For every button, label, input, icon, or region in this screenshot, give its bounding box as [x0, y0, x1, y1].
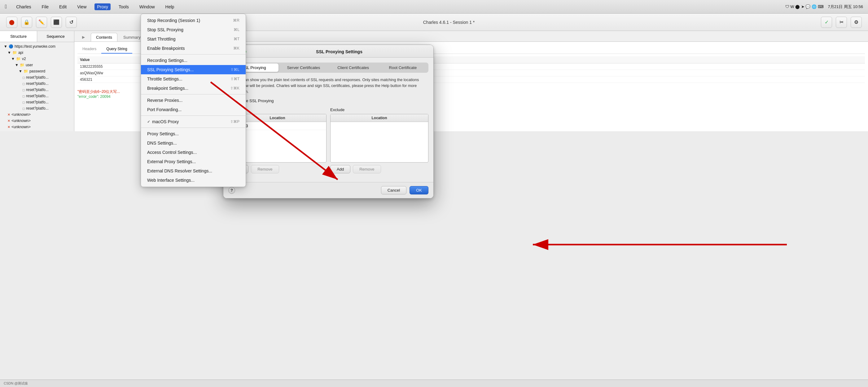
menu-label: Stop Recording (Session 1) [147, 18, 200, 23]
tools-button[interactable]: ✂ [836, 17, 847, 28]
status-text: CSDN @测试猿 [4, 381, 28, 386]
ok-button[interactable]: OK [409, 186, 428, 194]
menu-label: Enable Breakpoints [147, 46, 185, 51]
menu-breakpoint-settings[interactable]: Breakpoint Settings... ⇧⌘K [141, 84, 246, 93]
tree-item-reset-4[interactable]: ◻ reset?platfo... [0, 93, 74, 99]
menu-web-interface[interactable]: Web Interface Settings... [141, 175, 246, 185]
apple-menu[interactable]:  [5, 4, 7, 10]
file-icon: ◻ [22, 107, 25, 110]
menu-macos-proxy[interactable]: ✓ macOS Proxy ⇧⌘P [141, 117, 246, 126]
dialog-tab-server-certs[interactable]: Server Certificates [279, 63, 328, 72]
shortcut-macos-proxy: ⇧⌘P [230, 120, 240, 124]
checkmark-button[interactable]: ✓ [821, 17, 832, 28]
menu-label: Web Interface Settings... [147, 178, 194, 183]
exclude-button-row: Add Remove [330, 165, 428, 173]
separator-4 [141, 128, 246, 128]
dialog-tab-root-cert[interactable]: Root Certificate [378, 63, 428, 72]
exclude-add-button[interactable]: Add [330, 165, 350, 173]
menu-edit[interactable]: Edit [57, 3, 69, 10]
menu-charles[interactable]: Charles [13, 3, 33, 10]
shortcut-throttle: ⇧⌘T [230, 77, 240, 81]
menu-stop-recording[interactable]: Stop Recording (Session 1) ⌘R [141, 16, 246, 25]
menu-label: External Proxy Settings... [147, 159, 196, 164]
menu-stop-ssl[interactable]: Stop SSL Proxying ⌘L [141, 25, 246, 34]
file-icon: ◻ [22, 82, 25, 86]
shortcut-stop-recording: ⌘R [233, 18, 240, 23]
tree-item-unknown-2[interactable]: ✕ <unknown> [0, 118, 74, 124]
exclude-remove-button[interactable]: Remove [353, 165, 381, 173]
tab-structure[interactable]: Structure [0, 31, 37, 42]
body-text-red: "密码至少由6~20位大写... [78, 90, 120, 94]
clear-button[interactable]: ↺ [66, 17, 77, 28]
stop-button[interactable]: ⬛ [51, 17, 62, 28]
tab-sequence[interactable]: Sequence [37, 31, 74, 42]
tree-item-v2[interactable]: ▼ 📁 v2 [0, 56, 74, 62]
datetime: 7月21日 周五 10:56 [828, 4, 863, 9]
cancel-button[interactable]: Cancel [381, 186, 406, 194]
tree-item-reset-2[interactable]: ◻ reset?platfo... [0, 80, 74, 87]
menu-proxy-settings[interactable]: Proxy Settings... [141, 129, 246, 138]
tree-item-user[interactable]: ▼ 📁 user [0, 62, 74, 68]
exclude-table: Location [330, 114, 428, 163]
file-icon: ◻ [22, 76, 25, 79]
menu-help[interactable]: Help [163, 3, 177, 10]
menu-file[interactable]: File [39, 3, 51, 10]
expand-icon: ▼ [4, 44, 7, 49]
menu-label: Proxy Settings... [147, 131, 179, 136]
exclude-location-header: Location [331, 114, 428, 122]
dialog-footer: ? Cancel OK [223, 182, 433, 198]
dialog-tab-client-certs[interactable]: Client Certificates [329, 63, 378, 72]
tree-item-password[interactable]: ▼ 📁 password [0, 68, 74, 74]
menu-label: DNS Settings... [147, 140, 177, 146]
menu-label: SSL Proxying Settings... [147, 67, 194, 72]
help-button[interactable]: ? [228, 187, 235, 194]
tree-item-reset-5[interactable]: ◻ reset?platfo... [0, 99, 74, 105]
menu-window[interactable]: Window [137, 3, 157, 10]
tab-overview[interactable]: ▶ [77, 33, 90, 41]
menu-dns-settings[interactable]: DNS Settings... [141, 138, 246, 148]
error-icon: ✕ [7, 125, 10, 129]
menu-enable-breakpoints[interactable]: Enable Breakpoints ⌘K [141, 44, 246, 53]
tree-item-host[interactable]: ▼ 🔵 https://test.yunwoke.com [0, 43, 74, 50]
menu-view[interactable]: View [75, 3, 89, 10]
menu-label: Throttle Settings... [147, 76, 182, 82]
record-button[interactable]: ⬤ [6, 17, 17, 28]
menu-recording-settings[interactable]: Recording Settings... [141, 56, 246, 65]
exclude-rows-container [331, 122, 428, 162]
menu-start-throttling[interactable]: Start Throttling ⌘T [141, 34, 246, 44]
separator-3 [141, 116, 246, 116]
compose-button[interactable]: ✏️ [36, 17, 47, 28]
tree-item-unknown-1[interactable]: ✕ <unknown> [0, 111, 74, 118]
tab-contents[interactable]: Contents [91, 33, 117, 41]
error-icon: ✕ [7, 119, 10, 123]
settings-button[interactable]: ⚙ [851, 17, 862, 28]
sub-tab-headers[interactable]: Headers [78, 45, 101, 54]
tree-item-reset-3[interactable]: ◻ reset?platfo... [0, 87, 74, 93]
tree-item-reset-6[interactable]: ◻ reset?platfo... [0, 105, 74, 111]
shortcut-ssl-settings: ⇧⌘L [230, 67, 240, 72]
separator-2 [141, 94, 246, 94]
menu-reverse-proxies[interactable]: Reverse Proxies... [141, 96, 246, 105]
menu-tools[interactable]: Tools [116, 3, 131, 10]
tree-item-unknown-3[interactable]: ✕ <unknown> [0, 124, 74, 130]
menu-port-forwarding[interactable]: Port Forwarding... [141, 105, 246, 114]
folder-icon: 🔵 [9, 44, 13, 49]
sidebar: Structure Sequence ▼ 🔵 https://test.yunw… [0, 31, 74, 131]
menu-label: Access Control Settings... [147, 150, 197, 155]
sidebar-tabs: Structure Sequence [0, 31, 74, 42]
expand-icon: ▼ [11, 57, 15, 61]
menu-external-proxy[interactable]: External Proxy Settings... [141, 157, 246, 166]
tree-item-reset-1[interactable]: ◻ reset?platfo... [0, 74, 74, 80]
dialog-description: Charles can show you the plain text cont… [228, 77, 428, 94]
footer-buttons: Cancel OK [381, 186, 428, 194]
menu-throttle-settings[interactable]: Throttle Settings... ⇧⌘T [141, 74, 246, 84]
menu-access-control[interactable]: Access Control Settings... [141, 148, 246, 157]
tree-item-api[interactable]: ▼ 📁 api [0, 50, 74, 56]
folder-icon: 📁 [12, 51, 17, 55]
menu-ssl-proxying-settings[interactable]: SSL Proxying Settings... ⇧⌘L [141, 65, 246, 74]
ssl-button[interactable]: 🔒 [21, 17, 32, 28]
menu-external-dns[interactable]: External DNS Resolver Settings... [141, 166, 246, 175]
include-remove-button[interactable]: Remove [251, 165, 279, 173]
sub-tab-query[interactable]: Query String [101, 45, 132, 54]
menu-proxy[interactable]: Proxy [94, 3, 111, 10]
